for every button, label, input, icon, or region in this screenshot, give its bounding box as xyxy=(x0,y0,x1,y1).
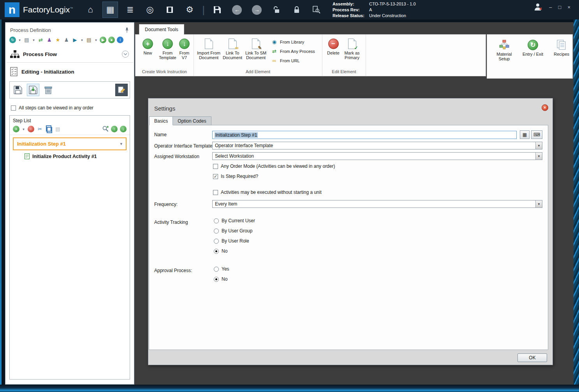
star-icon[interactable]: ★ xyxy=(55,37,61,43)
collapse-icon[interactable] xyxy=(121,50,129,58)
cut-icon[interactable]: ✂ xyxy=(37,126,43,132)
url-link-icon: ∞ xyxy=(271,57,278,64)
from-template-button[interactable]: ↓ From Template xyxy=(158,37,178,60)
keyboard-entry-button[interactable]: ⌨ xyxy=(531,130,542,139)
home-button[interactable]: ⌂ xyxy=(83,2,98,18)
work-instructions-button[interactable]: ▦ xyxy=(103,2,118,18)
link-to-sm-document-button[interactable]: ✎ Link To SM Document xyxy=(244,37,268,60)
process-stack-button[interactable]: ≣ xyxy=(123,2,137,18)
name-input[interactable]: Initialization Step #1 xyxy=(212,131,517,139)
is-step-required-checkbox[interactable]: ✓ xyxy=(213,174,218,179)
operator-interface-combo[interactable]: Operator Interface Template ▾ xyxy=(212,142,542,149)
chevron-down-icon[interactable]: ▾ xyxy=(535,142,542,149)
frequency-combo[interactable]: Every Item ▾ xyxy=(212,200,542,208)
frequency-label: Frequency: xyxy=(154,202,178,207)
chevron-down-icon[interactable]: ▾ xyxy=(32,37,35,43)
paste-icon[interactable]: ▤ xyxy=(55,126,61,132)
info-icon[interactable]: i xyxy=(117,37,123,43)
link-to-document-button[interactable]: ∞ Link To Document xyxy=(221,37,244,60)
chevron-down-icon[interactable]: ▾ xyxy=(94,37,98,43)
chevron-down-icon[interactable]: ▾ xyxy=(535,200,542,207)
ok-button[interactable]: OK xyxy=(517,353,547,362)
material-setup-button[interactable]: Material Setup xyxy=(493,39,515,61)
move-down-icon[interactable]: ↓ xyxy=(120,126,127,132)
link-icon: ∞ xyxy=(235,46,239,50)
unlock-icon xyxy=(273,6,280,14)
delete-button[interactable]: − Delete xyxy=(325,37,342,55)
work-instruction-actions xyxy=(9,81,130,98)
from-library-button[interactable]: ◉ From Library xyxy=(271,39,315,45)
without-unit-checkbox[interactable] xyxy=(213,190,218,195)
activity-tracking-label: Activity Tracking xyxy=(154,220,188,225)
delete-work-instruction-button[interactable] xyxy=(42,84,55,96)
step-item-selected[interactable]: Initialization Step #1 ▾ xyxy=(13,137,127,150)
add-step-icon[interactable]: + xyxy=(13,126,19,132)
tab-basics[interactable]: Basics xyxy=(149,116,173,125)
sync-icon[interactable]: ↻ xyxy=(9,37,16,43)
minimize-button[interactable]: – xyxy=(549,4,552,10)
close-button[interactable]: × xyxy=(567,4,570,10)
unlock-button[interactable] xyxy=(269,2,284,18)
print-icon[interactable]: ▤ xyxy=(23,37,30,43)
user-icon[interactable]: ♟ xyxy=(63,37,70,43)
close-icon[interactable]: × xyxy=(542,104,548,111)
radio-icon xyxy=(214,218,219,223)
export-icon[interactable]: ▶ xyxy=(72,37,78,43)
back-button[interactable]: ← xyxy=(230,2,245,18)
radio-approval-no[interactable]: No xyxy=(214,276,227,282)
radio-approval-yes[interactable]: Yes xyxy=(214,266,229,272)
tab-document-tools[interactable]: Document Tools xyxy=(139,24,184,35)
save-button[interactable] xyxy=(210,2,225,18)
import-template-button[interactable] xyxy=(27,84,39,96)
activity-item[interactable]: Initialize Product Activity #1 xyxy=(10,150,130,162)
grid-entry-button[interactable]: ▦ xyxy=(520,130,530,139)
chevron-down-icon[interactable]: ▾ xyxy=(18,37,21,43)
save-step-button[interactable] xyxy=(12,84,24,96)
stop-icon[interactable]: ● xyxy=(108,37,115,43)
mark-as-primary-button[interactable]: ✓ Mark as Primary xyxy=(342,37,362,60)
edit-work-instruction-button[interactable] xyxy=(115,84,128,96)
user-role-icon[interactable]: ♟ xyxy=(46,37,53,43)
from-url-button[interactable]: ∞ From URL xyxy=(271,57,315,64)
basics-panel: Name Initialization Step #1 ▦ ⌨ Operator… xyxy=(149,125,548,350)
workstation-combo[interactable]: Select Workstation ▾ xyxy=(212,152,542,160)
from-any-process-button[interactable]: ⇄ From Any Process xyxy=(271,48,315,54)
forward-button[interactable]: → xyxy=(250,2,264,18)
compare-icon[interactable]: ⇄ xyxy=(37,37,44,43)
compass-button[interactable]: ◎ xyxy=(143,2,157,18)
radio-by-current-user[interactable]: By Current User xyxy=(214,218,255,223)
dialog-title: Settings xyxy=(154,105,175,112)
find-step-icon[interactable] xyxy=(102,126,109,132)
entry-exit-button[interactable]: ↻ Entry / Exit xyxy=(522,39,544,56)
chevron-down-icon[interactable]: ▾ xyxy=(80,37,84,43)
radio-tracking-no[interactable]: No xyxy=(214,248,227,254)
remove-step-icon[interactable]: − xyxy=(28,126,34,132)
settings-gear-button[interactable]: ⚙ xyxy=(182,2,197,18)
recipes-button[interactable]: Recipes xyxy=(551,39,572,56)
ribbon-spacer xyxy=(366,35,486,76)
play-icon[interactable]: ▶ xyxy=(100,37,106,43)
chevron-down-icon[interactable]: ▾ xyxy=(120,141,122,146)
lock-button[interactable] xyxy=(289,2,304,18)
window-frame-left xyxy=(0,19,2,392)
from-v7-button[interactable]: ↓ From V7 xyxy=(178,37,191,60)
tab-option-codes[interactable]: Option Codes xyxy=(173,116,211,125)
chevron-down-icon[interactable]: ▾ xyxy=(22,126,25,132)
audit-search-button[interactable] xyxy=(309,2,324,18)
import-icon[interactable]: ▤ xyxy=(86,37,92,43)
process-link-icon: ⇄ xyxy=(271,48,278,54)
radio-by-user-group[interactable]: By User Group xyxy=(214,228,252,234)
documents-button[interactable] xyxy=(162,2,177,18)
any-order-mode-checkbox[interactable] xyxy=(213,164,218,169)
move-up-icon[interactable]: ↑ xyxy=(111,126,118,132)
logout-user-icon[interactable] xyxy=(533,2,543,12)
any-order-steps-checkbox[interactable] xyxy=(11,105,16,111)
process-flow-row[interactable]: Process Flow xyxy=(5,46,134,62)
copy-icon[interactable] xyxy=(46,126,52,132)
new-button[interactable]: + New xyxy=(138,37,158,55)
maximize-button[interactable]: □ xyxy=(558,4,561,10)
chevron-down-icon[interactable]: ▾ xyxy=(535,153,542,160)
pin-icon[interactable] xyxy=(125,27,129,33)
radio-by-user-role[interactable]: By User Role xyxy=(214,238,249,244)
import-from-document-button[interactable]: Import From Document xyxy=(196,37,221,60)
